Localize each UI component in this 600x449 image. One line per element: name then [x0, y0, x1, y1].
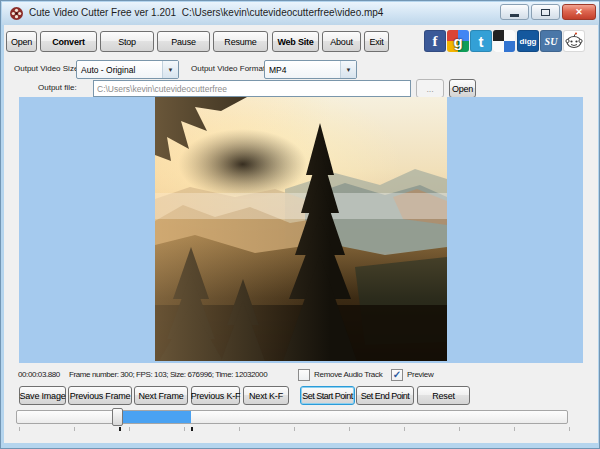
timeline-selection: [116, 411, 191, 423]
close-button[interactable]: ✕: [562, 4, 596, 20]
facebook-icon[interactable]: f: [424, 30, 446, 52]
output-format-value: MP4: [265, 65, 340, 75]
preview-checkbox[interactable]: [391, 369, 403, 381]
output-size-label: Output Video Size:: [14, 64, 81, 73]
pause-button[interactable]: Pause: [157, 31, 210, 52]
output-file-label: Output file:: [38, 83, 77, 92]
output-file-input[interactable]: [93, 80, 411, 97]
stop-button[interactable]: Stop: [100, 31, 154, 52]
timeline-ticks: [19, 427, 575, 431]
timeline-marker: [191, 427, 193, 431]
delicious-icon[interactable]: [493, 30, 515, 52]
digg-icon[interactable]: digg: [517, 30, 539, 52]
minimize-button[interactable]: [500, 4, 529, 20]
minimize-icon: [510, 14, 519, 17]
timeline-marker: [119, 427, 121, 431]
app-window: Cute Video Cutter Free ver 1.201 C:\User…: [0, 0, 600, 449]
exit-button[interactable]: Exit: [364, 31, 389, 52]
app-icon: [9, 6, 24, 21]
output-format-select[interactable]: MP4 ▼: [264, 60, 357, 79]
set-start-point-button[interactable]: Set Start Point: [300, 386, 355, 405]
reset-button[interactable]: Reset: [417, 386, 470, 405]
previous-frame-button[interactable]: Previous Frame: [68, 386, 132, 405]
preview-label: Preview: [407, 370, 433, 379]
window-title: Cute Video Cutter Free ver 1.201 C:\User…: [29, 7, 383, 18]
close-icon: ✕: [575, 7, 583, 17]
frame-info: Frame number: 300; FPS: 103; Size: 67699…: [69, 370, 267, 379]
remove-audio-checkbox[interactable]: [298, 369, 310, 381]
save-image-button[interactable]: Save Image: [19, 386, 66, 405]
open-button[interactable]: Open: [6, 31, 37, 52]
timeline-thumb[interactable]: [112, 408, 123, 426]
output-size-value: Auto - Original: [77, 65, 162, 75]
maximize-button[interactable]: [531, 4, 560, 20]
chevron-down-icon: ▼: [340, 61, 356, 78]
timecode: 00:00:03.880: [18, 370, 60, 379]
google-icon[interactable]: g: [447, 30, 469, 52]
open-file-button[interactable]: Open: [449, 79, 476, 98]
reddit-icon[interactable]: [563, 30, 585, 52]
resume-button[interactable]: Resume: [213, 31, 268, 52]
timeline-track[interactable]: [16, 410, 568, 424]
set-end-point-button[interactable]: Set End Point: [356, 386, 414, 405]
stumbleupon-icon[interactable]: SU: [540, 30, 562, 52]
output-size-select[interactable]: Auto - Original ▼: [76, 60, 179, 79]
browse-button[interactable]: ...: [416, 79, 444, 98]
video-frame: [155, 97, 447, 361]
about-button[interactable]: About: [322, 31, 361, 52]
chevron-down-icon: ▼: [162, 61, 178, 78]
output-format-label: Output Video Format:: [191, 64, 267, 73]
remove-audio-label: Remove Audio Track: [314, 370, 382, 379]
twitter-icon[interactable]: t: [470, 30, 492, 52]
convert-button[interactable]: Convert: [40, 31, 97, 52]
maximize-icon: [541, 9, 550, 16]
next-frame-button[interactable]: Next Frame: [134, 386, 188, 405]
next-keyframe-button[interactable]: Next K-F: [243, 386, 289, 405]
website-button[interactable]: Web Site: [272, 31, 319, 52]
previous-keyframe-button[interactable]: Previous K-F: [191, 386, 240, 405]
